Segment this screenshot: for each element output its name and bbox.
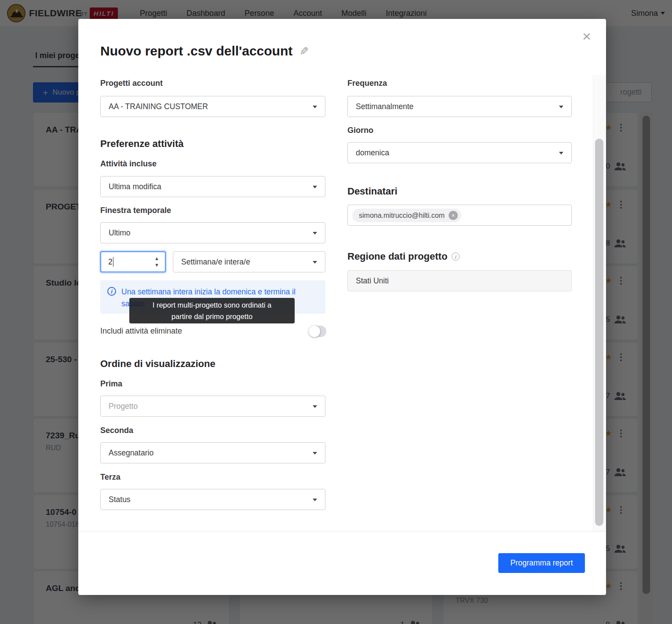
account-projects-select[interactable]: AA - TRAINING CUSTOMER bbox=[100, 96, 325, 117]
display-order-heading: Ordine di visualizzazione bbox=[100, 358, 215, 370]
second-order-label: Seconda bbox=[100, 426, 133, 435]
frequency-label: Frequenza bbox=[347, 79, 387, 88]
region-info-icon[interactable]: i bbox=[452, 253, 460, 261]
page: FIELDWIRE BY HILTI Progetti Dashboard Pe… bbox=[0, 0, 672, 624]
first-order-select[interactable]: Progetto bbox=[100, 396, 325, 417]
remove-recipient-icon[interactable]: × bbox=[449, 211, 458, 220]
include-deleted-toggle[interactable] bbox=[309, 326, 326, 337]
edit-title-icon[interactable]: ✎ bbox=[299, 45, 309, 58]
toggle-knob bbox=[309, 326, 320, 337]
included-tasks-select[interactable]: Ultima modifica bbox=[100, 176, 325, 197]
chevron-down-icon bbox=[559, 106, 563, 108]
day-label: Giorno bbox=[347, 126, 373, 135]
include-deleted-label: Includi attività eliminate bbox=[100, 327, 182, 336]
chevron-down-icon bbox=[313, 232, 317, 235]
number-spinner[interactable]: ▲ ▼ bbox=[154, 256, 159, 268]
day-select[interactable]: domenica bbox=[347, 142, 572, 163]
recipients-heading: Destinatari bbox=[347, 186, 398, 197]
third-order-select[interactable]: Status bbox=[100, 489, 325, 510]
new-report-modal: × Nuovo report .csv dell'account ✎ Proge… bbox=[78, 19, 606, 595]
modal-scrollbar-thumb[interactable] bbox=[595, 139, 603, 526]
close-icon[interactable]: × bbox=[582, 29, 591, 44]
time-window-label: Finestra temporale bbox=[100, 206, 171, 215]
chevron-down-icon bbox=[559, 152, 563, 154]
chevron-down-icon bbox=[313, 261, 317, 264]
text-cursor bbox=[113, 257, 113, 267]
window-unit-select[interactable]: Settimana/e intera/e bbox=[173, 251, 325, 272]
recipient-email: simona.mitruccio@hilti.com bbox=[359, 212, 445, 220]
account-projects-label: Progetti account bbox=[100, 79, 163, 88]
multi-project-tooltip: I report multi-progetto sono ordinati a … bbox=[129, 298, 295, 323]
first-order-label: Prima bbox=[100, 379, 122, 389]
frequency-select[interactable]: Settimanalmente bbox=[347, 96, 572, 117]
footer-divider bbox=[78, 531, 606, 532]
included-tasks-label: Attività incluse bbox=[100, 159, 157, 169]
info-icon: i bbox=[107, 287, 116, 296]
chevron-down-icon bbox=[313, 499, 317, 501]
chevron-down-icon bbox=[313, 452, 317, 455]
recipient-chip: simona.mitruccio@hilti.com × bbox=[352, 209, 461, 222]
task-preferences-heading: Preferenze attività bbox=[100, 138, 184, 150]
recipients-input[interactable]: simona.mitruccio@hilti.com × bbox=[347, 205, 572, 226]
window-count-input[interactable]: 2 ▲ ▼ bbox=[100, 251, 166, 272]
time-window-select[interactable]: Ultimo bbox=[100, 222, 325, 243]
spinner-up-icon[interactable]: ▲ bbox=[154, 256, 159, 261]
chevron-down-icon bbox=[313, 186, 317, 188]
data-region-input: Stati Uniti bbox=[347, 270, 572, 291]
data-region-heading: Regione dati progettoi bbox=[347, 251, 460, 262]
third-order-label: Terza bbox=[100, 473, 121, 482]
schedule-report-button[interactable]: Programma report bbox=[498, 553, 585, 573]
chevron-down-icon bbox=[313, 106, 317, 108]
chevron-down-icon bbox=[313, 405, 317, 408]
spinner-down-icon[interactable]: ▼ bbox=[154, 263, 159, 268]
modal-title: Nuovo report .csv dell'account ✎ bbox=[100, 44, 309, 59]
second-order-select[interactable]: Assegnatario bbox=[100, 442, 325, 463]
